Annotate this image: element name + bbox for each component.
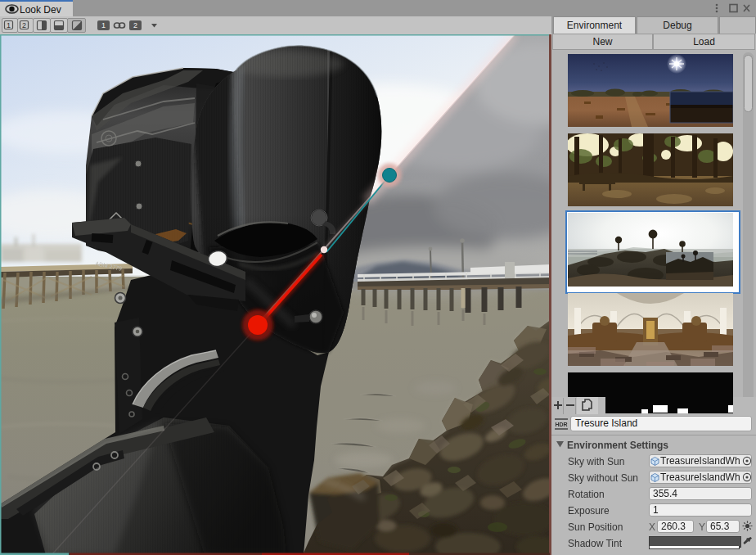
svg-text:1: 1 <box>7 21 11 29</box>
svg-text:1: 1 <box>101 21 106 29</box>
svg-text:2: 2 <box>22 21 26 29</box>
svg-text:2: 2 <box>133 21 137 29</box>
svg-text:HDR: HDR <box>555 422 567 427</box>
